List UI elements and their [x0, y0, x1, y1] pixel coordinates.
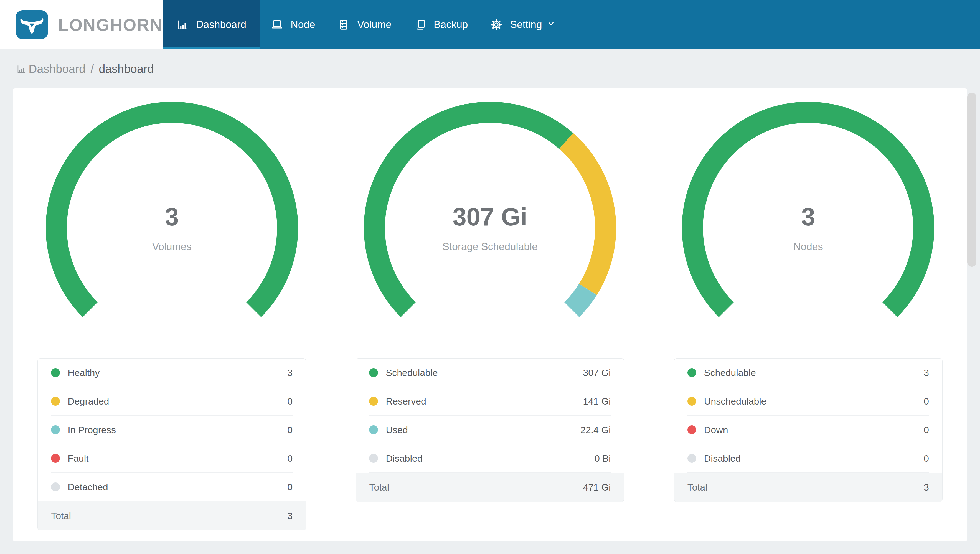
legend-row: Disabled0 Bi [369, 444, 611, 473]
legend-row: Used22.4 Gi [369, 416, 611, 444]
legend-row: Healthy3 [51, 358, 293, 387]
status-label: Disabled [386, 453, 422, 464]
status-label: Detached [68, 482, 108, 492]
status-dot [687, 397, 696, 406]
laptop-icon [270, 18, 283, 31]
longhorn-bull-icon [16, 10, 48, 39]
total-label: Total [51, 511, 71, 521]
brand-name: LONGHORN [58, 15, 163, 35]
nav-menu: DashboardNodeVolumeBackupSetting [163, 0, 980, 49]
status-value: 3 [924, 368, 929, 378]
status-dot [369, 368, 378, 377]
status-dot [51, 482, 60, 491]
legend-row: Disabled0 [687, 444, 929, 473]
legend-table: Healthy3Degraded0In Progress0Fault0Detac… [37, 358, 306, 530]
status-dot [51, 425, 60, 434]
gauge-segment-healthy [56, 112, 288, 310]
status-value: 0 [287, 396, 293, 407]
legend-row: Unschedulable0 [687, 387, 929, 416]
status-value: 0 Bi [595, 453, 611, 464]
legend-row: Schedulable3 [687, 358, 929, 387]
legend-row: Schedulable307 Gi [369, 358, 611, 387]
status-label: Healthy [68, 368, 100, 378]
breadcrumb-page: dashboard [99, 62, 154, 76]
gauge-arcs [46, 102, 298, 354]
status-value: 0 [924, 396, 929, 407]
nav-item-volume[interactable]: Volume [326, 0, 402, 49]
status-label: Reserved [386, 396, 426, 407]
bar-chart-icon [16, 64, 26, 74]
status-value: 307 Gi [583, 368, 611, 378]
status-dot [687, 454, 696, 463]
nav-item-backup[interactable]: Backup [402, 0, 479, 49]
status-value: 0 [287, 482, 293, 492]
breadcrumb: Dashboard / dashboard [0, 49, 980, 88]
gauge-segment-reserved [566, 141, 606, 290]
status-value: 0 [924, 453, 929, 464]
status-label: Disabled [704, 453, 741, 464]
nav-item-label: Backup [434, 19, 468, 30]
vertical-scrollbar[interactable] [967, 92, 977, 267]
legend-row: Reserved141 Gi [369, 387, 611, 416]
legend-table: Schedulable307 GiReserved141 GiUsed22.4 … [355, 358, 624, 502]
gauge-chart: 307 GiStorage Schedulable [364, 102, 616, 354]
app-logo[interactable]: LONGHORN [0, 0, 163, 49]
total-row: Total3 [674, 473, 942, 501]
gauge-segment-used [572, 290, 588, 310]
panel-storage-schedulable: 307 GiStorage SchedulableSchedulable307 … [331, 88, 649, 541]
status-label: Degraded [68, 396, 109, 407]
bar-chart-icon [176, 18, 189, 31]
gauge-arcs [364, 102, 616, 354]
total-row: Total3 [38, 501, 306, 530]
status-dot [687, 425, 696, 434]
breadcrumb-separator: / [91, 62, 94, 76]
copy-icon [414, 18, 426, 31]
dashboard-card: 3VolumesHealthy3Degraded0In Progress0Fau… [13, 88, 967, 541]
status-label: Schedulable [386, 368, 438, 378]
status-label: Used [386, 425, 408, 435]
status-label: Schedulable [704, 368, 756, 378]
nav-item-label: Dashboard [196, 19, 246, 30]
gauge-chart: 3Volumes [46, 102, 298, 354]
total-row: Total471 Gi [356, 473, 624, 501]
nav-item-node[interactable]: Node [259, 0, 326, 49]
status-value: 0 [924, 425, 929, 435]
gauge-arcs [682, 102, 934, 354]
top-nav: LONGHORN DashboardNodeVolumeBackupSettin… [0, 0, 980, 49]
status-value: 3 [287, 368, 293, 378]
nav-item-label: Setting [510, 19, 542, 30]
legend-row: Degraded0 [51, 387, 293, 416]
status-label: Down [704, 425, 728, 435]
legend-row: Detached0 [51, 473, 293, 501]
legend-table: Schedulable3Unschedulable0Down0Disabled0… [674, 358, 943, 502]
server-rack-icon [337, 18, 350, 31]
total-value: 471 Gi [583, 482, 611, 493]
status-dot [51, 397, 60, 406]
total-value: 3 [924, 482, 929, 493]
panel-volumes: 3VolumesHealthy3Degraded0In Progress0Fau… [13, 88, 331, 541]
nav-item-dashboard[interactable]: Dashboard [163, 0, 259, 49]
gauge-segment-schedulable [692, 112, 924, 310]
total-label: Total [369, 482, 389, 493]
nav-item-label: Volume [357, 19, 391, 30]
status-dot [51, 454, 60, 463]
gauge-segment-schedulable [374, 112, 566, 310]
status-dot [51, 368, 60, 377]
status-dot [369, 397, 378, 406]
status-label: Unschedulable [704, 396, 767, 407]
gauge-chart: 3Nodes [682, 102, 934, 354]
legend-row: In Progress0 [51, 416, 293, 444]
nav-item-label: Node [291, 19, 315, 30]
nav-item-setting[interactable]: Setting [479, 0, 567, 49]
legend-row: Down0 [687, 416, 929, 444]
panel-nodes: 3NodesSchedulable3Unschedulable0Down0Dis… [649, 88, 967, 541]
legend-row: Fault0 [51, 444, 293, 473]
status-dot [369, 425, 378, 434]
total-value: 3 [287, 511, 293, 521]
status-value: 141 Gi [583, 396, 611, 407]
chevron-down-icon [546, 19, 556, 31]
status-dot [369, 454, 378, 463]
total-label: Total [687, 482, 707, 493]
breadcrumb-section[interactable]: Dashboard [29, 62, 86, 76]
gear-icon [490, 18, 503, 31]
